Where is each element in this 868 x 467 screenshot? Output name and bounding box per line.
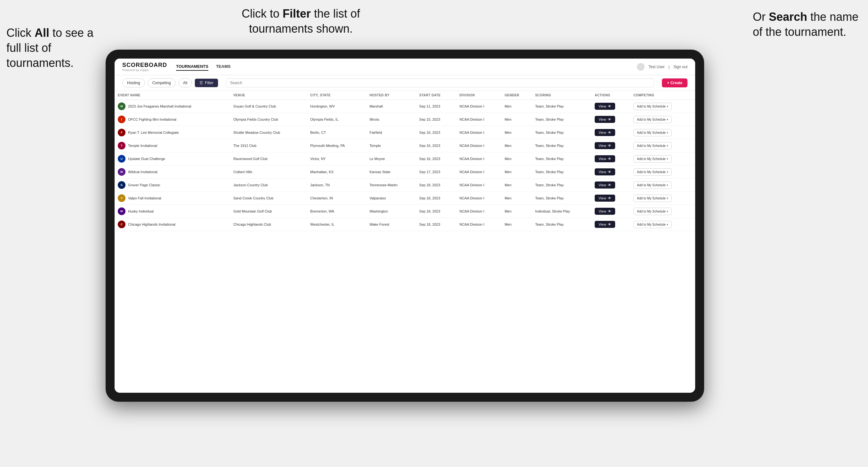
team-logo: V bbox=[118, 194, 125, 202]
cell-venue: Guyan Golf & Country Club bbox=[230, 100, 307, 113]
cell-gender: Men bbox=[501, 152, 532, 165]
cell-city-state: Chesterton, IN bbox=[307, 192, 366, 205]
eye-icon: 👁 bbox=[608, 183, 611, 187]
cell-event-name: I OFCC Fighting Illini Invitational bbox=[115, 113, 230, 126]
view-button[interactable]: View 👁 bbox=[595, 195, 615, 201]
event-name-text: Chicago Highlands Invitational bbox=[128, 222, 176, 226]
table-container: EVENT NAME VENUE CITY, STATE HOSTED BY S… bbox=[115, 91, 695, 393]
cell-event-name: G Grover Page Classic bbox=[115, 179, 230, 192]
view-label: View bbox=[598, 157, 606, 161]
add-schedule-label: Add to My Schedule + bbox=[637, 183, 668, 187]
col-hosted-by: HOSTED BY bbox=[366, 91, 416, 100]
annotation-search-text: Or Search the name of the tournament. bbox=[753, 9, 862, 40]
table-row: W Wildcat Invitational Colbert Hills Man… bbox=[115, 165, 695, 179]
cell-competing: Add to My Schedule + bbox=[630, 165, 695, 179]
cell-gender: Men bbox=[501, 100, 532, 113]
cell-city-state: Huntington, WV bbox=[307, 100, 366, 113]
nav-link-teams[interactable]: TEAMS bbox=[216, 63, 231, 71]
view-button[interactable]: View 👁 bbox=[595, 129, 615, 136]
add-schedule-label: Add to My Schedule + bbox=[637, 118, 668, 121]
view-button[interactable]: View 👁 bbox=[595, 208, 615, 215]
table-row: W Husky Individual Gold Mountain Golf Cl… bbox=[115, 205, 695, 218]
team-logo: F bbox=[118, 129, 125, 136]
logo-sub: Powered by clippd bbox=[122, 68, 167, 72]
hosting-filter-btn[interactable]: Hosting bbox=[122, 79, 145, 87]
add-to-schedule-button[interactable]: Add to My Schedule + bbox=[633, 142, 672, 150]
view-button[interactable]: View 👁 bbox=[595, 155, 615, 162]
cell-actions: View 👁 bbox=[591, 205, 630, 218]
add-to-schedule-button[interactable]: Add to My Schedule + bbox=[633, 221, 672, 228]
nav-link-tournaments[interactable]: TOURNAMENTS bbox=[176, 63, 208, 71]
cell-hosted-by: Washington bbox=[366, 205, 416, 218]
cell-division: NCAA Division I bbox=[456, 165, 501, 179]
cell-event-name: W Husky Individual bbox=[115, 205, 230, 218]
add-to-schedule-button[interactable]: Add to My Schedule + bbox=[633, 182, 672, 189]
cell-scoring: Individual, Stroke Play bbox=[532, 205, 591, 218]
add-schedule-label: Add to My Schedule + bbox=[637, 196, 668, 200]
cell-city-state: Berlin, CT bbox=[307, 126, 366, 139]
cell-competing: Add to My Schedule + bbox=[630, 139, 695, 152]
eye-icon: 👁 bbox=[608, 222, 611, 226]
cell-event-name: C Chicago Highlands Invitational bbox=[115, 218, 230, 231]
cell-actions: View 👁 bbox=[591, 100, 630, 113]
cell-scoring: Team, Stroke Play bbox=[532, 100, 591, 113]
cell-gender: Men bbox=[501, 113, 532, 126]
table-row: M 2023 Joe Feaganes Marshall Invitationa… bbox=[115, 100, 695, 113]
table-row: C Chicago Highlands Invitational Chicago… bbox=[115, 218, 695, 231]
cell-start-date: Sep 11, 2023 bbox=[416, 100, 456, 113]
team-logo: U bbox=[118, 155, 125, 163]
cell-gender: Men bbox=[501, 179, 532, 192]
create-btn[interactable]: + Create bbox=[662, 79, 687, 87]
cell-event-name: V Valpo Fall Invitational bbox=[115, 192, 230, 205]
cell-actions: View 👁 bbox=[591, 192, 630, 205]
nav-bar: SCOREBOARD Powered by clippd TOURNAMENTS… bbox=[115, 59, 695, 75]
all-filter-btn[interactable]: All bbox=[178, 79, 192, 87]
add-to-schedule-button[interactable]: Add to My Schedule + bbox=[633, 129, 672, 136]
view-button[interactable]: View 👁 bbox=[595, 116, 615, 123]
cell-division: NCAA Division I bbox=[456, 218, 501, 231]
table-row: F Ryan T. Lee Memorial Collegiate Shuttl… bbox=[115, 126, 695, 139]
col-division: DIVISION bbox=[456, 91, 501, 100]
view-button[interactable]: View 👁 bbox=[595, 221, 615, 228]
view-button[interactable]: View 👁 bbox=[595, 103, 615, 110]
add-to-schedule-button[interactable]: Add to My Schedule + bbox=[633, 168, 672, 176]
col-actions: ACTIONS bbox=[591, 91, 630, 100]
filter-icon: ☰ bbox=[199, 81, 203, 85]
table-row: I OFCC Fighting Illini Invitational Olym… bbox=[115, 113, 695, 126]
add-to-schedule-button[interactable]: Add to My Schedule + bbox=[633, 155, 672, 163]
competing-filter-btn[interactable]: Competing bbox=[148, 79, 176, 87]
cell-venue: Colbert Hills bbox=[230, 165, 307, 179]
cell-scoring: Team, Stroke Play bbox=[532, 152, 591, 165]
view-button[interactable]: View 👁 bbox=[595, 142, 615, 149]
view-button[interactable]: View 👁 bbox=[595, 168, 615, 176]
search-input[interactable] bbox=[226, 79, 654, 87]
view-label: View bbox=[598, 170, 606, 174]
add-to-schedule-button[interactable]: Add to My Schedule + bbox=[633, 195, 672, 202]
view-label: View bbox=[598, 183, 606, 187]
view-button[interactable]: View 👁 bbox=[595, 182, 615, 189]
cell-scoring: Team, Stroke Play bbox=[532, 126, 591, 139]
nav-separator: | bbox=[669, 65, 670, 69]
cell-event-name: T Temple Invitational bbox=[115, 139, 230, 152]
add-to-schedule-button[interactable]: Add to My Schedule + bbox=[633, 208, 672, 215]
add-to-schedule-button[interactable]: Add to My Schedule + bbox=[633, 103, 672, 110]
cell-division: NCAA Division I bbox=[456, 126, 501, 139]
cell-division: NCAA Division I bbox=[456, 113, 501, 126]
nav-signout[interactable]: Sign out bbox=[673, 65, 687, 69]
filter-btn[interactable]: ☰ Filter bbox=[195, 79, 218, 87]
table-header: EVENT NAME VENUE CITY, STATE HOSTED BY S… bbox=[115, 91, 695, 100]
cell-competing: Add to My Schedule + bbox=[630, 179, 695, 192]
view-label: View bbox=[598, 222, 606, 226]
cell-start-date: Sep 17, 2023 bbox=[416, 165, 456, 179]
cell-venue: Olympia Fields Country Club bbox=[230, 113, 307, 126]
team-logo: W bbox=[118, 208, 125, 215]
cell-city-state: Plymouth Meeting, PA bbox=[307, 139, 366, 152]
event-name-text: Ryan T. Lee Memorial Collegiate bbox=[128, 131, 179, 134]
cell-gender: Men bbox=[501, 139, 532, 152]
cell-start-date: Sep 16, 2023 bbox=[416, 152, 456, 165]
event-name-text: Grover Page Classic bbox=[128, 183, 160, 187]
cell-scoring: Team, Stroke Play bbox=[532, 113, 591, 126]
cell-start-date: Sep 18, 2023 bbox=[416, 218, 456, 231]
cell-actions: View 👁 bbox=[591, 218, 630, 231]
add-to-schedule-button[interactable]: Add to My Schedule + bbox=[633, 116, 672, 123]
